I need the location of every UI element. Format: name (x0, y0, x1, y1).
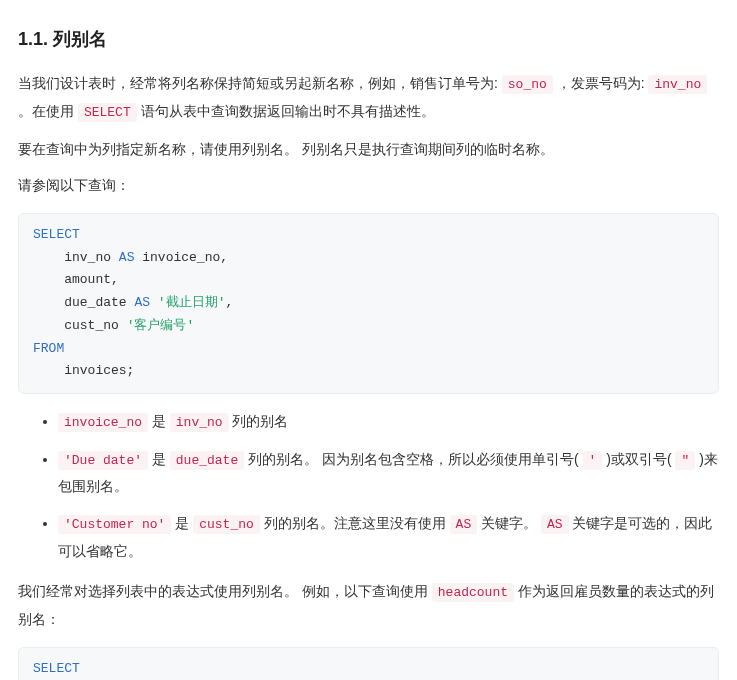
text: 列的别名。注意这里没有使用 (260, 515, 450, 531)
text: 我们经常对选择列表中的表达式使用列别名。 例如，以下查询使用 (18, 583, 432, 599)
text: )或双引号( (602, 451, 675, 467)
code-line: due_date AS '截止日期', (33, 295, 233, 310)
inline-code: 'Customer no' (58, 515, 171, 534)
code-line: inv_no AS invoice_no, (33, 250, 228, 265)
inline-code: ' (583, 451, 603, 470)
inline-code: headcount (432, 583, 514, 602)
code-line: amount, (33, 272, 119, 287)
paragraph-3: 请参阅以下查询： (18, 172, 719, 199)
list-item: 'Customer no' 是 cust_no 列的别名。注意这里没有使用 AS… (58, 510, 719, 564)
text: 列的别名。 因为别名包含空格，所以必须使用单引号( (244, 451, 582, 467)
list-item: invoice_no 是 inv_no 列的别名 (58, 408, 719, 436)
text: ，发票号码为: (553, 75, 649, 91)
code-block-1: SELECT inv_no AS invoice_no, amount, due… (18, 213, 719, 394)
text: 是 (171, 515, 193, 531)
kw: SELECT (33, 661, 80, 676)
paragraph-4: 我们经常对选择列表中的表达式使用列别名。 例如，以下查询使用 headcount… (18, 578, 719, 632)
section-heading: 1.1. 列别名 (18, 22, 719, 56)
kw: FROM (33, 341, 64, 356)
text: 语句从表中查询数据返回输出时不具有描述性。 (137, 103, 435, 119)
list-item: 'Due date' 是 due_date 列的别名。 因为别名包含空格，所以必… (58, 446, 719, 500)
inline-code: due_date (170, 451, 244, 470)
text: 是 (148, 451, 170, 467)
text: 关键字。 (477, 515, 541, 531)
inline-code: 'Due date' (58, 451, 148, 470)
text: 列的别名 (229, 413, 289, 429)
inline-code: cust_no (193, 515, 260, 534)
code-block-2: SELECT count(employee_id) headcount FROM… (18, 647, 719, 680)
text: 。在使用 (18, 103, 78, 119)
text: 当我们设计表时，经常将列名称保持简短或另起新名称，例如，销售订单号为: (18, 75, 502, 91)
inline-code: invoice_no (58, 413, 148, 432)
inline-code: AS (450, 515, 478, 534)
inline-code: SELECT (78, 103, 137, 122)
code-line: invoices; (33, 363, 134, 378)
bullet-list: invoice_no 是 inv_no 列的别名 'Due date' 是 du… (18, 408, 719, 564)
inline-code: AS (541, 515, 569, 534)
inline-code: so_no (502, 75, 553, 94)
text: 是 (148, 413, 170, 429)
paragraph-1: 当我们设计表时，经常将列名称保持简短或另起新名称，例如，销售订单号为: so_n… (18, 70, 719, 125)
inline-code: inv_no (170, 413, 229, 432)
paragraph-2: 要在查询中为列指定新名称，请使用列别名。 列别名只是执行查询期间列的临时名称。 (18, 136, 719, 163)
code-line: cust_no '客户编号' (33, 318, 194, 333)
inline-code: " (675, 451, 695, 470)
inline-code: inv_no (648, 75, 707, 94)
kw: SELECT (33, 227, 80, 242)
